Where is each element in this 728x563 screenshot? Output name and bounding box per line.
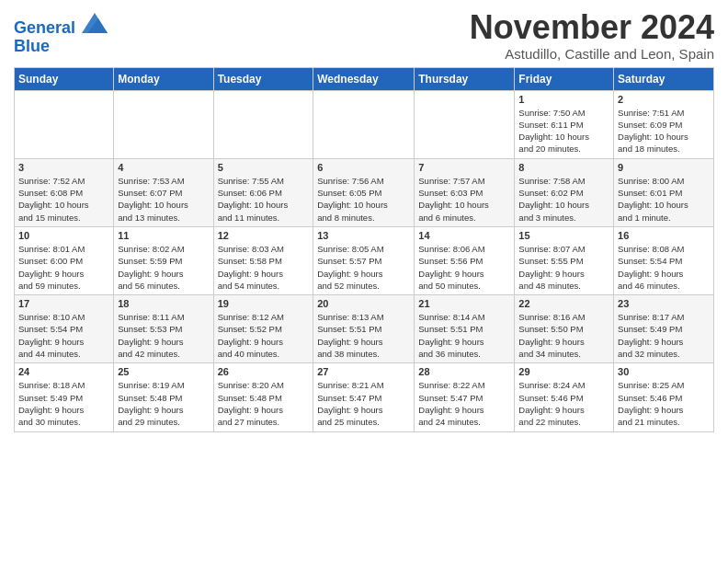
day-info: Sunrise: 8:14 AM Sunset: 5:51 PM Dayligh…: [418, 311, 510, 360]
calendar-cell: 27Sunrise: 8:21 AM Sunset: 5:47 PM Dayli…: [313, 363, 415, 431]
calendar-cell: 8Sunrise: 7:58 AM Sunset: 6:02 PM Daylig…: [515, 158, 614, 226]
calendar-week-4: 17Sunrise: 8:10 AM Sunset: 5:54 PM Dayli…: [15, 295, 714, 363]
day-number: 20: [317, 298, 410, 309]
day-number: 13: [317, 230, 410, 241]
calendar-cell: 9Sunrise: 8:00 AM Sunset: 6:01 PM Daylig…: [614, 158, 714, 226]
location-title: Astudillo, Castille and Leon, Spain: [470, 46, 714, 62]
day-info: Sunrise: 8:20 AM Sunset: 5:48 PM Dayligh…: [218, 379, 310, 428]
weekday-header-monday: Monday: [114, 67, 213, 90]
day-number: 18: [118, 298, 209, 309]
day-info: Sunrise: 7:58 AM Sunset: 6:02 PM Dayligh…: [518, 175, 609, 224]
calendar-cell: 5Sunrise: 7:55 AM Sunset: 6:06 PM Daylig…: [213, 158, 313, 226]
calendar-cell: 16Sunrise: 8:08 AM Sunset: 5:54 PM Dayli…: [614, 226, 714, 294]
day-info: Sunrise: 8:02 AM Sunset: 5:59 PM Dayligh…: [118, 243, 209, 292]
day-number: 6: [317, 162, 410, 173]
calendar-cell: [213, 90, 313, 158]
weekday-header-wednesday: Wednesday: [313, 67, 415, 90]
day-number: 29: [518, 366, 609, 377]
calendar-cell: 13Sunrise: 8:05 AM Sunset: 5:57 PM Dayli…: [313, 226, 415, 294]
calendar-cell: 4Sunrise: 7:53 AM Sunset: 6:07 PM Daylig…: [114, 158, 213, 226]
day-number: 17: [18, 298, 109, 309]
day-info: Sunrise: 8:10 AM Sunset: 5:54 PM Dayligh…: [18, 311, 109, 360]
calendar-cell: 2Sunrise: 7:51 AM Sunset: 6:09 PM Daylig…: [614, 90, 714, 158]
calendar-cell: 12Sunrise: 8:03 AM Sunset: 5:58 PM Dayli…: [213, 226, 313, 294]
logo: General Blue: [14, 13, 108, 56]
day-info: Sunrise: 8:24 AM Sunset: 5:46 PM Dayligh…: [518, 379, 609, 428]
day-info: Sunrise: 7:53 AM Sunset: 6:07 PM Dayligh…: [118, 175, 209, 224]
day-number: 5: [218, 162, 310, 173]
calendar-cell: 1Sunrise: 7:50 AM Sunset: 6:11 PM Daylig…: [515, 90, 614, 158]
day-info: Sunrise: 8:00 AM Sunset: 6:01 PM Dayligh…: [618, 175, 710, 224]
calendar-week-3: 10Sunrise: 8:01 AM Sunset: 6:00 PM Dayli…: [15, 226, 714, 294]
day-number: 15: [518, 230, 609, 241]
day-number: 27: [317, 366, 410, 377]
day-info: Sunrise: 8:03 AM Sunset: 5:58 PM Dayligh…: [218, 243, 310, 292]
day-number: 14: [418, 230, 510, 241]
day-number: 1: [518, 94, 609, 105]
day-info: Sunrise: 7:50 AM Sunset: 6:11 PM Dayligh…: [518, 107, 609, 155]
day-info: Sunrise: 8:05 AM Sunset: 5:57 PM Dayligh…: [317, 243, 410, 292]
day-info: Sunrise: 8:19 AM Sunset: 5:48 PM Dayligh…: [118, 379, 209, 428]
logo-text: General Blue: [14, 13, 108, 56]
day-number: 30: [618, 366, 710, 377]
calendar-cell: 24Sunrise: 8:18 AM Sunset: 5:49 PM Dayli…: [15, 363, 114, 431]
day-number: 10: [18, 230, 109, 241]
day-number: 3: [18, 162, 109, 173]
day-info: Sunrise: 8:17 AM Sunset: 5:49 PM Dayligh…: [618, 311, 710, 360]
day-info: Sunrise: 8:25 AM Sunset: 5:46 PM Dayligh…: [618, 379, 710, 428]
calendar-cell: 21Sunrise: 8:14 AM Sunset: 5:51 PM Dayli…: [415, 295, 515, 363]
calendar-cell: 25Sunrise: 8:19 AM Sunset: 5:48 PM Dayli…: [114, 363, 213, 431]
calendar-cell: 7Sunrise: 7:57 AM Sunset: 6:03 PM Daylig…: [415, 158, 515, 226]
weekday-header-tuesday: Tuesday: [213, 67, 313, 90]
day-info: Sunrise: 8:12 AM Sunset: 5:52 PM Dayligh…: [218, 311, 310, 360]
day-number: 11: [118, 230, 209, 241]
weekday-header-thursday: Thursday: [415, 67, 515, 90]
day-number: 26: [218, 366, 310, 377]
day-info: Sunrise: 8:08 AM Sunset: 5:54 PM Dayligh…: [618, 243, 710, 292]
day-info: Sunrise: 8:22 AM Sunset: 5:47 PM Dayligh…: [418, 379, 510, 428]
weekday-header-friday: Friday: [515, 67, 614, 90]
calendar-cell: 18Sunrise: 8:11 AM Sunset: 5:53 PM Dayli…: [114, 295, 213, 363]
day-info: Sunrise: 8:21 AM Sunset: 5:47 PM Dayligh…: [317, 379, 410, 428]
day-number: 23: [618, 298, 710, 309]
weekday-header-saturday: Saturday: [614, 67, 714, 90]
calendar-cell: 20Sunrise: 8:13 AM Sunset: 5:51 PM Dayli…: [313, 295, 415, 363]
calendar-header-row: SundayMondayTuesdayWednesdayThursdayFrid…: [15, 67, 714, 90]
calendar-week-2: 3Sunrise: 7:52 AM Sunset: 6:08 PM Daylig…: [15, 158, 714, 226]
calendar-cell: [114, 90, 213, 158]
calendar-cell: 22Sunrise: 8:16 AM Sunset: 5:50 PM Dayli…: [515, 295, 614, 363]
day-info: Sunrise: 8:18 AM Sunset: 5:49 PM Dayligh…: [18, 379, 109, 428]
day-info: Sunrise: 7:51 AM Sunset: 6:09 PM Dayligh…: [618, 107, 710, 155]
month-title: November 2024: [470, 9, 714, 46]
day-info: Sunrise: 7:52 AM Sunset: 6:08 PM Dayligh…: [18, 175, 109, 224]
day-number: 22: [518, 298, 609, 309]
day-info: Sunrise: 7:56 AM Sunset: 6:05 PM Dayligh…: [317, 175, 410, 224]
calendar-cell: 23Sunrise: 8:17 AM Sunset: 5:49 PM Dayli…: [614, 295, 714, 363]
day-number: 8: [518, 162, 609, 173]
calendar-cell: 28Sunrise: 8:22 AM Sunset: 5:47 PM Dayli…: [415, 363, 515, 431]
day-number: 24: [18, 366, 109, 377]
calendar-cell: 26Sunrise: 8:20 AM Sunset: 5:48 PM Dayli…: [213, 363, 313, 431]
day-number: 21: [418, 298, 510, 309]
page-header: General Blue November 2024 Astudillo, Ca…: [14, 9, 714, 62]
calendar-cell: 19Sunrise: 8:12 AM Sunset: 5:52 PM Dayli…: [213, 295, 313, 363]
day-number: 2: [618, 94, 710, 105]
weekday-header-sunday: Sunday: [15, 67, 114, 90]
day-info: Sunrise: 7:55 AM Sunset: 6:06 PM Dayligh…: [218, 175, 310, 224]
day-number: 4: [118, 162, 209, 173]
day-number: 12: [218, 230, 310, 241]
day-info: Sunrise: 8:11 AM Sunset: 5:53 PM Dayligh…: [118, 311, 209, 360]
calendar-cell: [415, 90, 515, 158]
calendar-week-1: 1Sunrise: 7:50 AM Sunset: 6:11 PM Daylig…: [15, 90, 714, 158]
day-number: 9: [618, 162, 710, 173]
calendar-cell: 3Sunrise: 7:52 AM Sunset: 6:08 PM Daylig…: [15, 158, 114, 226]
day-info: Sunrise: 8:07 AM Sunset: 5:55 PM Dayligh…: [518, 243, 609, 292]
calendar-cell: [15, 90, 114, 158]
calendar-cell: [313, 90, 415, 158]
day-number: 28: [418, 366, 510, 377]
calendar-table: SundayMondayTuesdayWednesdayThursdayFrid…: [14, 67, 714, 432]
day-info: Sunrise: 8:01 AM Sunset: 6:00 PM Dayligh…: [18, 243, 109, 292]
calendar-cell: 10Sunrise: 8:01 AM Sunset: 6:00 PM Dayli…: [15, 226, 114, 294]
title-area: November 2024 Astudillo, Castille and Le…: [470, 9, 714, 62]
calendar-week-5: 24Sunrise: 8:18 AM Sunset: 5:49 PM Dayli…: [15, 363, 714, 431]
